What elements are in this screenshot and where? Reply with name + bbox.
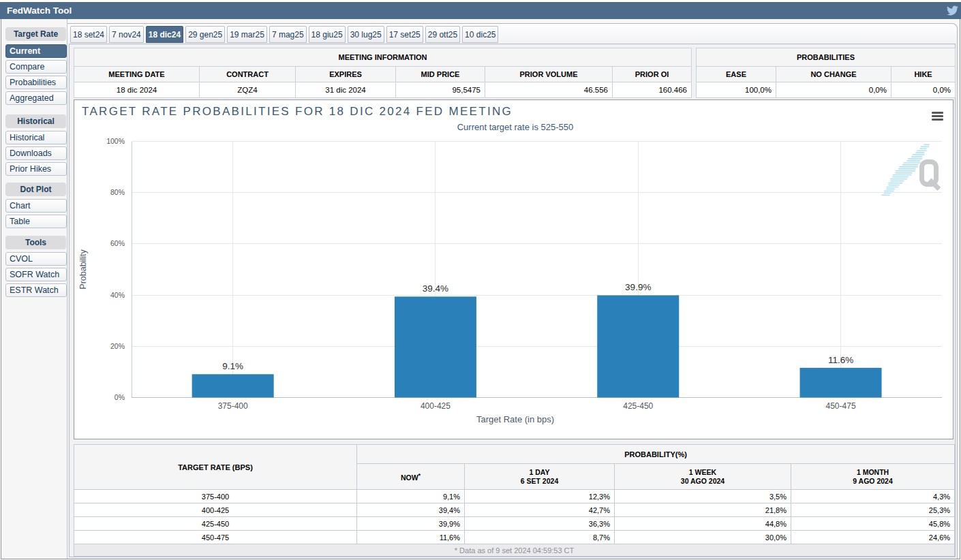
quikstrike-logo-watermark — [881, 144, 939, 196]
sidebar-item-probabilities[interactable]: Probabilities — [5, 76, 67, 89]
sidebar-item-cvol[interactable]: CVOL — [5, 252, 67, 266]
sidebar-item-current[interactable]: Current — [5, 44, 67, 58]
probabilities-summary-table: PROBABILITIES EASE NO CHANGE HIKE 100,0%… — [696, 48, 956, 98]
x-axis-title: Target Rate (in bps) — [476, 414, 554, 424]
contract-value: ZQZ4 — [200, 82, 296, 98]
sidebar-item-estr-watch[interactable]: ESTR Watch — [5, 283, 67, 297]
sidebar-section-tools: Tools — [5, 236, 66, 249]
col-header-prior-volume: PRIOR VOLUME — [485, 67, 613, 82]
now-probability: 9,1% — [357, 490, 465, 503]
meeting-information-table: MEETING INFORMATION MEETING DATE CONTRAC… — [74, 48, 692, 98]
app-header: FedWatch Tool — [0, 2, 961, 19]
data-as-of-footnote: * Data as of 9 set 2024 04:59:53 CT — [74, 544, 955, 557]
col-header-meeting-date: MEETING DATE — [74, 67, 200, 82]
tab-10-dic25[interactable]: 10 dic25 — [462, 26, 498, 43]
table-row: 375-400 9,1% 12,3% 3,5% 4,3% — [74, 490, 955, 503]
col-header-contract: CONTRACT — [200, 67, 296, 82]
group-header-probability: PROBABILITY(%) — [357, 445, 955, 464]
col-header-expires: EXPIRES — [296, 67, 396, 82]
sidebar-item-chart[interactable]: Chart — [5, 199, 67, 213]
x-axis-tick-label: 425-450 — [623, 401, 653, 411]
tab-18-dic24[interactable]: 18 dic24 — [146, 26, 183, 43]
tab-7-mag25[interactable]: 7 mag25 — [269, 26, 307, 43]
bar-450-475[interactable] — [800, 368, 882, 398]
sidebar-section-dot-plot: Dot Plot — [5, 183, 66, 196]
col-header-ease: EASE — [697, 67, 776, 82]
week-probability: 30,0% — [615, 531, 791, 544]
table-row: 425-450 39,9% 36,3% 44,8% 45,8% — [74, 517, 955, 531]
col-header-target-rate-bps: TARGET RATE (BPS) — [74, 445, 357, 490]
month-probability: 25,3% — [791, 503, 955, 517]
target-rate-range: 375-400 — [74, 490, 357, 503]
col-header-mid-price: MID PRICE — [396, 67, 485, 82]
tab-7-nov24[interactable]: 7 nov24 — [109, 26, 144, 43]
x-axis-tick-label: 400-425 — [421, 401, 451, 411]
month-probability: 4,3% — [791, 490, 955, 503]
day-probability: 36,3% — [465, 517, 615, 531]
bar-data-label: 39.9% — [625, 282, 651, 292]
bar-425-450[interactable] — [597, 295, 679, 397]
tab-29-ott25[interactable]: 29 ott25 — [425, 26, 460, 43]
prior-volume-value: 46.556 — [485, 82, 613, 98]
x-axis-tick-label: 375-400 — [218, 401, 248, 411]
sidebar-item-compare[interactable]: Compare — [5, 60, 67, 74]
x-axis-tick-label: 450-475 — [826, 401, 856, 411]
now-probability: 39,9% — [357, 517, 465, 531]
no-change-value: 0,0% — [776, 82, 891, 98]
y-axis-tick-label: 0% — [115, 393, 125, 401]
y-axis-tick-label: 100% — [106, 137, 125, 145]
bar-data-label: 11.6% — [828, 355, 853, 365]
tab-18-giu25[interactable]: 18 giu25 — [309, 26, 346, 43]
col-header-hike: HIKE — [891, 67, 956, 82]
target-rate-range: 450-475 — [74, 531, 357, 544]
tab-29-gen25[interactable]: 29 gen25 — [185, 26, 225, 43]
tab-19-mar25[interactable]: 19 mar25 — [227, 26, 267, 43]
tab-30-lug25[interactable]: 30 lug25 — [348, 26, 384, 43]
hike-value: 0,0% — [891, 82, 956, 98]
week-probability: 21,8% — [615, 503, 791, 517]
target-rate-probabilities-chart: 0%20%40%60%80%100%9.1%375-40039.4%400-42… — [74, 100, 953, 439]
sidebar-section-target-rate: Target Rate — [5, 27, 66, 41]
tab-18-set24[interactable]: 18 set24 — [70, 26, 107, 43]
sidebar-item-sofr-watch[interactable]: SOFR Watch — [5, 268, 67, 281]
twitter-icon[interactable] — [947, 5, 958, 16]
main-region: 18 set247 nov2418 dic2429 gen2519 mar257… — [67, 23, 958, 559]
col-header-1-month: 1 MONTH9 AGO 2024 — [791, 464, 955, 490]
meeting-date-value: 18 dic 2024 — [74, 82, 200, 98]
day-probability: 12,3% — [465, 490, 615, 503]
meeting-information-title: MEETING INFORMATION — [74, 48, 692, 67]
table-row: 450-475 11,6% 8,7% 30,0% 24,6% — [74, 531, 955, 544]
probabilities-title: PROBABILITIES — [697, 48, 956, 67]
y-axis-title: Probability — [78, 249, 88, 290]
table-row: 400-425 39,4% 42,7% 21,8% 25,3% — [74, 503, 955, 517]
week-probability: 44,8% — [615, 517, 791, 531]
y-axis-tick-label: 20% — [110, 342, 125, 350]
content-area: MEETING INFORMATION MEETING DATE CONTRAC… — [69, 44, 956, 557]
target-rate-range: 400-425 — [74, 503, 357, 517]
y-axis-tick-label: 80% — [110, 188, 125, 196]
meeting-tabs: 18 set247 nov2418 dic2429 gen2519 mar257… — [70, 26, 500, 43]
sidebar-item-downloads[interactable]: Downloads — [5, 146, 67, 160]
bar-400-425[interactable] — [395, 296, 476, 397]
col-header-1-day: 1 DAY6 SET 2024 — [465, 464, 615, 490]
bar-375-400[interactable] — [192, 374, 274, 397]
sidebar-item-table[interactable]: Table — [5, 215, 67, 228]
col-header-prior-oi: PRIOR OI — [613, 67, 692, 82]
content-frame: Target Rate Current Compare Probabilitie… — [1, 19, 960, 559]
tab-17-set25[interactable]: 17 set25 — [386, 26, 423, 43]
sidebar-section-historical: Historical — [5, 114, 66, 128]
sidebar-item-historical[interactable]: Historical — [5, 131, 67, 144]
now-probability: 39,4% — [357, 503, 465, 517]
probability-history-table: TARGET RATE (BPS) PROBABILITY(%) NOW* 1 … — [74, 444, 955, 557]
ease-value: 100,0% — [697, 82, 776, 98]
chart-subtitle: Current target rate is 525-550 — [457, 122, 574, 132]
col-header-no-change: NO CHANGE — [776, 67, 891, 82]
sidebar-item-prior-hikes[interactable]: Prior Hikes — [5, 162, 67, 176]
now-probability: 11,6% — [357, 531, 465, 544]
sidebar-item-aggregated[interactable]: Aggregated — [5, 91, 67, 105]
day-probability: 8,7% — [465, 531, 615, 544]
chart-context-menu-icon[interactable] — [932, 112, 943, 121]
col-header-now: NOW* — [357, 464, 465, 490]
chart-title: TARGET RATE PROBABILITIES FOR 18 DIC 202… — [82, 105, 513, 118]
app-title: FedWatch Tool — [7, 2, 72, 19]
